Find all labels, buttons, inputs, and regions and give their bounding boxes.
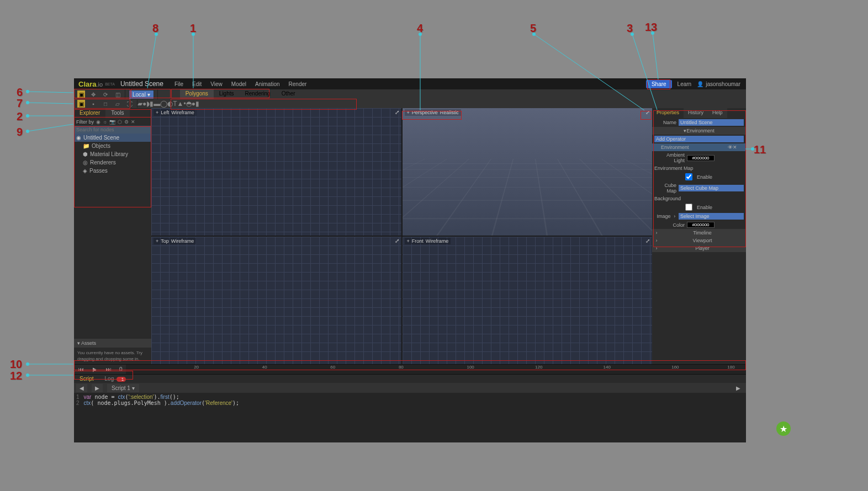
script-prev-button[interactable]: ◀: [76, 384, 87, 392]
share-button[interactable]: Share: [646, 80, 672, 88]
svg-line-10: [653, 33, 658, 79]
expand-icon[interactable]: ⤢: [395, 109, 399, 115]
play-button[interactable]: ▶: [88, 366, 102, 372]
menu-model[interactable]: Model: [231, 81, 246, 87]
chevron-right-icon[interactable]: ›: [673, 214, 676, 219]
cubemap-select[interactable]: [679, 185, 744, 191]
tab-rendering[interactable]: Rendering: [240, 89, 276, 99]
eye-icon[interactable]: 👁: [728, 145, 733, 150]
edge-mode[interactable]: □: [102, 100, 109, 108]
color-label: Color: [654, 222, 685, 228]
snap-toggle[interactable]: ⛶: [126, 100, 134, 108]
scale-tool[interactable]: ◫: [114, 90, 121, 98]
assets-section[interactable]: ▾ Assets: [74, 339, 151, 348]
tree-objects[interactable]: 📁 Objects: [74, 142, 151, 150]
face-mode[interactable]: ▱: [114, 100, 121, 108]
add-operator-input[interactable]: [654, 136, 744, 142]
timeline-section[interactable]: ›Timeline: [652, 229, 746, 237]
close-icon[interactable]: ✕: [733, 145, 737, 150]
space-selector[interactable]: Local ▾: [129, 90, 154, 99]
script-run-button[interactable]: ▶: [736, 385, 740, 391]
callout-6: 6: [17, 86, 23, 99]
box-icon[interactable]: ▰: [137, 100, 142, 108]
menu-render[interactable]: Render: [289, 81, 307, 87]
vp-menu-icon[interactable]: +: [156, 110, 158, 115]
vp-menu-icon[interactable]: +: [156, 238, 158, 244]
tree-root[interactable]: ◉ Untitled Scene: [74, 134, 151, 142]
menu-bar: Clara.io BETA Untitled Scene File Edit V…: [74, 78, 746, 89]
tree-renderers[interactable]: ◎ Renderers: [74, 158, 151, 167]
filter-bone-icon[interactable]: ⚙: [124, 119, 129, 125]
move-tool[interactable]: ✥: [89, 90, 97, 98]
expand-icon[interactable]: ⤢: [645, 109, 650, 115]
timeline-ruler[interactable]: 20 40 60 80 100 120 140 160 180: [126, 365, 746, 374]
tree-materials[interactable]: ⬢ Material Library: [74, 150, 151, 158]
tab-history[interactable]: History: [684, 108, 708, 118]
forward-button[interactable]: ⏭: [102, 366, 116, 372]
rotate-tool[interactable]: ⟳: [102, 90, 109, 98]
feedback-button[interactable]: ★: [776, 421, 791, 436]
tab-properties[interactable]: Properties: [652, 108, 684, 118]
object-mode[interactable]: ▣: [77, 100, 85, 108]
viewport-perspective[interactable]: + Perspective Realistic ⤢: [403, 108, 653, 236]
text-icon[interactable]: T: [173, 100, 177, 108]
tab-tools[interactable]: Tools: [105, 108, 129, 118]
environment-operator[interactable]: Environment👁 ✕: [652, 143, 746, 151]
vp-menu-icon[interactable]: +: [407, 238, 410, 244]
script-name-label[interactable]: Script 1 ▾: [107, 384, 139, 392]
user-menu[interactable]: 👤 jasonshoumar: [697, 81, 740, 87]
blob-icon[interactable]: ◓: [186, 100, 192, 108]
tab-explorer[interactable]: Explorer: [74, 108, 105, 118]
menu-view[interactable]: View: [210, 81, 223, 87]
svg-point-11: [651, 31, 654, 35]
expand-icon[interactable]: ⤢: [645, 238, 650, 244]
select-tool[interactable]: ▣: [77, 90, 85, 98]
viewport-top[interactable]: + Top Wireframe ⤢: [151, 237, 401, 364]
menu-animation[interactable]: Animation: [255, 81, 279, 87]
vp-menu-icon[interactable]: +: [407, 110, 410, 115]
envmap-enable-checkbox[interactable]: [685, 173, 692, 180]
player-section[interactable]: ›Player: [652, 244, 746, 252]
capsule-icon[interactable]: ▮: [195, 100, 199, 108]
expand-icon[interactable]: ⤢: [395, 238, 399, 244]
tab-polygons[interactable]: Polygons: [180, 89, 214, 99]
rewind-button[interactable]: ⏮: [74, 366, 88, 372]
learn-link[interactable]: Learn: [678, 81, 692, 87]
sphere-icon[interactable]: ●: [142, 100, 146, 108]
viewport-left[interactable]: + Left Wireframe ⤢: [151, 108, 401, 236]
bg-enable-checkbox[interactable]: [685, 204, 692, 211]
image-select[interactable]: [679, 213, 744, 220]
environment-section[interactable]: ▾Environment: [652, 127, 746, 135]
name-input[interactable]: [679, 119, 744, 126]
tree-passes[interactable]: ◈ Passes: [74, 167, 151, 175]
disc-icon[interactable]: ●: [192, 100, 195, 108]
menu-edit[interactable]: Edit: [192, 81, 202, 87]
vertex-mode[interactable]: ▪: [89, 100, 97, 108]
bgcolor-swatch[interactable]: #000000: [687, 222, 714, 228]
filter-material-icon[interactable]: ⬡: [118, 119, 122, 125]
viewport-section[interactable]: ›Viewport: [652, 237, 746, 244]
scene-title: Untitled Scene: [120, 80, 163, 88]
script-next-button[interactable]: ▶: [92, 384, 103, 392]
teapot-icon[interactable]: ◐: [167, 100, 173, 108]
plane-icon[interactable]: ▬: [154, 100, 160, 108]
torus-icon[interactable]: ◯: [160, 100, 167, 108]
filter-mesh-icon[interactable]: ◉: [96, 119, 100, 125]
tab-script[interactable]: Script: [74, 375, 99, 383]
code-editor[interactable]: 1var node = ctx(':selection').first(); 2…: [74, 393, 746, 442]
filter-camera-icon[interactable]: 📷: [109, 119, 115, 125]
filter-label: Filter by: [76, 119, 94, 125]
tab-log[interactable]: Log −1: [99, 375, 132, 383]
ambient-swatch[interactable]: #000000: [687, 155, 714, 161]
filter-light-icon[interactable]: ☼: [103, 119, 107, 125]
filter-clear-icon[interactable]: ✕: [131, 119, 135, 125]
menu-file[interactable]: File: [174, 81, 183, 87]
tab-help[interactable]: Help: [708, 108, 727, 118]
tab-lights[interactable]: Lights: [214, 89, 240, 99]
tab-other[interactable]: Other: [276, 89, 301, 99]
node-search-input[interactable]: [74, 126, 151, 134]
timeline-bar: ⏮ ▶ ⏭ 0 20 40 60 80 100 120 140 160 180: [74, 364, 746, 374]
cylinder-icon[interactable]: ▮: [150, 100, 154, 108]
cone-icon[interactable]: ▲: [177, 100, 184, 108]
viewport-front[interactable]: + Front Wireframe ⤢: [403, 237, 653, 364]
